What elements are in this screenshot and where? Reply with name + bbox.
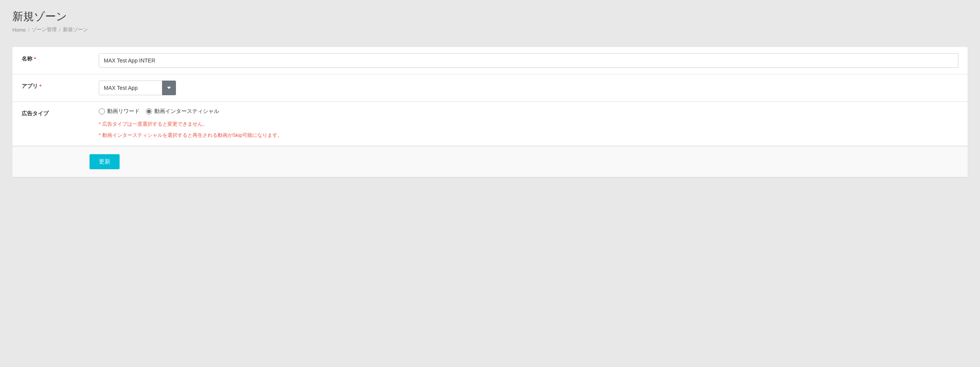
form-card: 名称 * アプリ * MAX Test App: [12, 47, 968, 177]
app-label-cell: アプリ *: [12, 74, 90, 98]
breadcrumb-separator-1: /: [28, 27, 30, 33]
breadcrumb: Home / ゾーン管理 / 新規ゾーン: [12, 26, 968, 33]
ad-type-field-cell: 動画リワード 動画インタースティシャル * 広告タイプは一度選択すると変更できま…: [90, 102, 968, 146]
ad-type-note-2: * 動画インタースティシャルを選択すると再生される動画がSkip可能になります。: [99, 131, 282, 140]
app-label: アプリ: [22, 83, 38, 90]
breadcrumb-zone-management[interactable]: ゾーン管理: [32, 26, 57, 33]
ad-type-note-1: * 広告タイプは一度選択すると変更できません。: [99, 120, 282, 128]
radio-group: 動画リワード 動画インタースティシャル * 広告タイプは一度選択すると変更できま…: [99, 108, 282, 140]
radio-interstitial[interactable]: [146, 108, 152, 114]
breadcrumb-current: 新規ゾーン: [63, 26, 88, 33]
name-required-star: *: [34, 56, 36, 62]
page-title: 新規ゾーン: [12, 9, 968, 24]
radio-reward-text: 動画リワード: [107, 108, 140, 115]
app-required-star: *: [39, 83, 41, 89]
name-label: 名称: [22, 56, 32, 62]
radio-label-reward[interactable]: 動画リワード: [99, 108, 140, 115]
name-label-cell: 名称 *: [12, 47, 90, 71]
ad-type-label: 広告タイプ: [22, 110, 49, 117]
breadcrumb-separator-2: /: [59, 27, 61, 33]
name-field-cell: [90, 47, 968, 74]
page-header: 新規ゾーン Home / ゾーン管理 / 新規ゾーン: [0, 0, 980, 41]
page-content: 名称 * アプリ * MAX Test App: [0, 41, 980, 189]
app-select[interactable]: MAX Test App: [99, 81, 176, 95]
app-field-cell: MAX Test App: [90, 74, 968, 101]
submit-button[interactable]: 更新: [90, 154, 120, 169]
actions-row: 更新: [12, 146, 968, 177]
radio-options: 動画リワード 動画インタースティシャル: [99, 108, 282, 115]
app-row: アプリ * MAX Test App: [12, 74, 968, 102]
radio-interstitial-text: 動画インタースティシャル: [154, 108, 219, 115]
ad-type-label-cell: 広告タイプ: [12, 102, 90, 126]
radio-label-interstitial[interactable]: 動画インタースティシャル: [146, 108, 219, 115]
breadcrumb-home[interactable]: Home: [12, 27, 26, 33]
name-row: 名称 *: [12, 47, 968, 74]
ad-type-row: 広告タイプ 動画リワード 動画インタースティシャル * 広告タイプは一: [12, 102, 968, 146]
name-input[interactable]: [99, 53, 958, 68]
app-select-wrapper: MAX Test App: [99, 81, 176, 95]
radio-reward[interactable]: [99, 108, 105, 114]
